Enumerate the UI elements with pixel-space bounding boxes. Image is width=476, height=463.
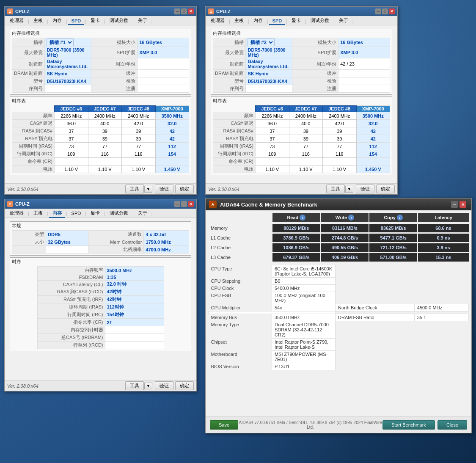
tab-memory-2[interactable]: 内存	[250, 17, 266, 25]
cpu-clock-label: CPU Clock	[209, 285, 272, 292]
aida-title-bar: A AIDA64 Cache & Memory Benchmark ─ ✕	[206, 198, 471, 210]
close-btn-1[interactable]: ✕	[188, 8, 194, 14]
bottom-bar-3: Ver. 2.08.0.x64 工具 ▼ 验证 确定	[5, 380, 196, 391]
tab-processor-1[interactable]: 处理器	[6, 17, 27, 25]
tab-about-3[interactable]: 关于	[135, 209, 151, 218]
aida-footer: Save AIDA64 v7.00.6751 Beta / BenchDLL 4…	[206, 416, 471, 433]
timing-detail-table-3: 内存频率 3500.0 MHz FSB:DRAM 1:35 CAS# Laten…	[37, 266, 164, 349]
timing-section-1: 时序表 JEDEC #6 JEDEC #7 JEDEC #8 XMP-7000 …	[10, 96, 191, 175]
cpu-multiplier-value: 54x	[272, 304, 336, 311]
tools-arrow-1[interactable]: ▼	[144, 186, 152, 193]
slot-select-1[interactable]: 插槽 #1	[47, 39, 74, 46]
tab-mainboard-2[interactable]: 主板	[231, 17, 247, 25]
aida-minimize-btn[interactable]: ─	[451, 201, 458, 208]
latency-header: Latency	[418, 213, 469, 222]
slot-select-2[interactable]: 插槽 #2	[248, 39, 275, 46]
tools-btn-3[interactable]: 工具	[125, 381, 144, 390]
tab-display-2[interactable]: 显卡	[288, 17, 304, 25]
verify-btn-2[interactable]: 验证	[356, 185, 374, 193]
tools-arrow-2[interactable]: ▼	[345, 186, 353, 193]
tab-spd-1[interactable]: SPD	[68, 17, 85, 25]
aida-footer-text: AIDA64 v7.00.6751 Beta / BenchDLL 4.6.88…	[238, 420, 382, 430]
general-section-3: 常规 类型 DDR5 通道数 4 x 32-bit 大小 32 GBytes M…	[10, 221, 191, 256]
tab-mainboard-3[interactable]: 主板	[30, 209, 46, 218]
tab-spd-2[interactable]: SPD	[269, 17, 286, 25]
mem-type-value: Dual Channel DDR5-7000 SDRAM (32-42-42-1…	[272, 321, 336, 339]
tab-bench-3[interactable]: 测试分数	[106, 209, 132, 218]
cpu-stepping-label: CPU Stepping	[209, 278, 272, 285]
win-btns-2: ─ □ ✕	[375, 8, 395, 14]
bottom-bar-1: Ver. 2.08.0.x64 工具 ▼ 验证 确定	[5, 183, 196, 194]
memory-read: 88129 MB/s	[272, 224, 320, 232]
win-btns-3: ─ □ ✕	[174, 201, 194, 207]
maximize-btn-1[interactable]: □	[181, 8, 187, 14]
aida64-window: A AIDA64 Cache & Memory Benchmark ─ ✕ Re…	[205, 198, 472, 433]
aida-content: Read i Write i Copy i Latency Memory 881…	[206, 210, 471, 416]
cpu-fsb-value: 100.0 MHz (original: 100 MHz)	[272, 292, 336, 304]
maximize-btn-3[interactable]: □	[181, 201, 187, 207]
timing-table-1: JEDEC #6 JEDEC #7 JEDEC #8 XMP-7000 频率 2…	[12, 105, 189, 173]
read-info-icon[interactable]: i	[300, 215, 305, 220]
win-btns-1: ─ □ ✕	[174, 8, 194, 14]
mem-type-label: Memory Type	[209, 321, 272, 339]
minimize-btn-1[interactable]: ─	[174, 8, 180, 14]
verify-btn-3[interactable]: 验证	[155, 381, 173, 390]
confirm-btn-1[interactable]: 确定	[175, 185, 194, 193]
bottom-bar-2: Ver. 2.08.0.x64 工具 ▼ 验证 确定	[206, 183, 397, 194]
tab-bench-1[interactable]: 测试分数	[106, 17, 132, 25]
aida-close-btn[interactable]: ✕	[459, 201, 466, 208]
tab-mainboard-1[interactable]: 主板	[30, 17, 46, 25]
save-button[interactable]: Save	[210, 420, 238, 430]
cpu-clock-row: CPU Clock 5400.0 MHz	[209, 285, 469, 292]
timing-table-2: JEDEC #6 JEDEC #7 JEDEC #8 XMP-7000 频率 2…	[213, 105, 390, 173]
tab-about-1[interactable]: 关于	[135, 17, 151, 25]
memory-row-label: Memory	[208, 224, 272, 232]
chipset-label: Chipset	[209, 339, 272, 351]
tab-display-1[interactable]: 显卡	[87, 17, 103, 25]
copy-header: Copy i	[369, 213, 417, 222]
aida-info-table: CPU Type 6C+8c Intel Core i5-14600K (Rap…	[208, 265, 469, 370]
close-aida-button[interactable]: Close	[437, 420, 467, 430]
cpuz-window-1: Z CPU-Z ─ □ ✕ 处理器 | 主板 | 内存 | SPD | 显卡 |…	[4, 6, 197, 195]
l2-row-label: L2 Cache	[208, 243, 272, 252]
cpuz-icon-1: Z	[7, 8, 13, 14]
memory-latency: 68.6 ns	[418, 224, 469, 232]
cpu-multiplier-row: CPU Multiplier 54x North Bridge Clock 45…	[209, 304, 469, 311]
minimize-btn-3[interactable]: ─	[174, 201, 180, 207]
close-btn-3[interactable]: ✕	[188, 201, 194, 207]
maximize-btn-2[interactable]: □	[382, 8, 388, 14]
cpu-fsb-row: CPU FSB 100.0 MHz (original: 100 MHz)	[209, 292, 469, 304]
tools-arrow-3[interactable]: ▼	[144, 383, 152, 389]
start-benchmark-button[interactable]: Start Benchmark	[382, 420, 435, 430]
tab-memory-3[interactable]: 内存	[49, 209, 65, 218]
slot-section-2: 内存插槽选择 插槽 插槽 #2 模块大小 16 GBytes 最大带宽 DDR5…	[211, 29, 392, 95]
tab-memory-1[interactable]: 内存	[49, 17, 65, 25]
l1-row-label: L1 Cache	[208, 234, 272, 242]
l3-copy: 571.00 GB/s	[369, 253, 417, 262]
minimize-btn-2[interactable]: ─	[375, 8, 381, 14]
title-3: CPU-Z	[15, 201, 174, 207]
tab-spd-3[interactable]: SPD	[68, 210, 85, 218]
tab-bench-2[interactable]: 测试分数	[307, 17, 333, 25]
l2-latency: 3.9 ns	[418, 243, 469, 252]
cpu-type-row: CPU Type 6C+8c Intel Core i5-14600K (Rap…	[209, 265, 469, 278]
tools-btn-2[interactable]: 工具	[326, 185, 345, 193]
cpuz-window-3: Z CPU-Z ─ □ ✕ 处理器 | 主板 | 内存 | SPD | 显卡 |…	[4, 199, 197, 391]
l2-copy: 721.12 GB/s	[369, 243, 417, 252]
copy-info-icon[interactable]: i	[397, 215, 403, 220]
tab-processor-2[interactable]: 处理器	[207, 17, 228, 25]
verify-btn-1[interactable]: 验证	[155, 185, 173, 193]
mem-type-row: Memory Type Dual Channel DDR5-7000 SDRAM…	[209, 321, 469, 339]
write-info-icon[interactable]: i	[348, 215, 354, 220]
confirm-btn-3[interactable]: 确定	[175, 381, 194, 390]
read-header: Read i	[272, 213, 320, 222]
close-btn-2[interactable]: ✕	[389, 8, 395, 14]
tab-about-2[interactable]: 关于	[336, 17, 352, 25]
timing-section-2: 时序表 JEDEC #6 JEDEC #7 JEDEC #8 XMP-7000 …	[211, 96, 392, 175]
tab-display-3[interactable]: 显卡	[87, 209, 103, 218]
bios-row: BIOS Version P.13U1	[209, 363, 469, 370]
confirm-btn-2[interactable]: 确定	[376, 185, 395, 193]
tools-btn-1[interactable]: 工具	[125, 185, 144, 193]
tab-processor-3[interactable]: 处理器	[6, 209, 27, 218]
mem-bus-row: Memory Bus 3500.0 MHz DRAM:FSB Ratio 35:…	[209, 314, 469, 321]
